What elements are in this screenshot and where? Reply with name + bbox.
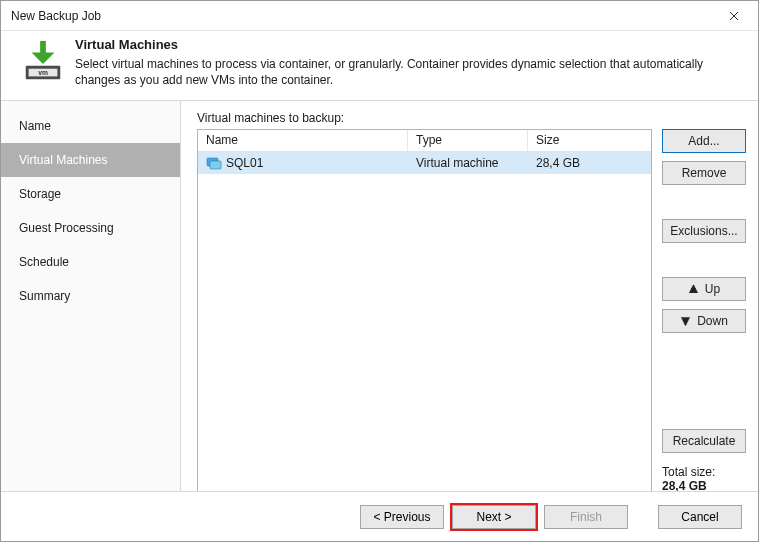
row-name: SQL01 [226, 156, 263, 170]
step-name[interactable]: Name [1, 109, 180, 143]
table-row[interactable]: SQL01 Virtual machine 28,4 GB [198, 152, 651, 174]
up-button[interactable]: ⯅ Up [662, 277, 746, 301]
vm-list[interactable]: Name Type Size SQL01 Virtual machin [197, 129, 652, 493]
grid-header: Name Type Size [198, 130, 651, 152]
header-heading: Virtual Machines [75, 37, 744, 52]
header-description: Select virtual machines to process via c… [75, 56, 744, 88]
wizard-footer: < Previous Next > Finish Cancel [1, 491, 758, 541]
exclusions-button[interactable]: Exclusions... [662, 219, 746, 243]
list-label: Virtual machines to backup: [197, 111, 652, 125]
finish-button: Finish [544, 505, 628, 529]
wizard-steps: Name Virtual Machines Storage Guest Proc… [1, 101, 181, 501]
action-buttons: Add... Remove Exclusions... ⯅ Up ⯆ Down … [652, 111, 746, 493]
grid-body: SQL01 Virtual machine 28,4 GB [198, 152, 651, 492]
remove-button[interactable]: Remove [662, 161, 746, 185]
recalculate-button[interactable]: Recalculate [662, 429, 746, 453]
wizard-header: vm Virtual Machines Select virtual machi… [1, 31, 758, 101]
next-button[interactable]: Next > [452, 505, 536, 529]
down-button[interactable]: ⯆ Down [662, 309, 746, 333]
step-schedule[interactable]: Schedule [1, 245, 180, 279]
column-header-type[interactable]: Type [408, 130, 528, 151]
total-size-label: Total size: [662, 465, 746, 479]
step-guest-processing[interactable]: Guest Processing [1, 211, 180, 245]
total-size: Total size: 28,4 GB [662, 465, 746, 493]
column-header-name[interactable]: Name [198, 130, 408, 151]
window-title: New Backup Job [11, 9, 714, 23]
virtual-machines-icon: vm [20, 39, 66, 85]
step-storage[interactable]: Storage [1, 177, 180, 211]
column-header-size[interactable]: Size [528, 130, 618, 151]
row-size: 28,4 GB [528, 154, 618, 172]
cancel-button[interactable]: Cancel [658, 505, 742, 529]
step-virtual-machines[interactable]: Virtual Machines [1, 143, 180, 177]
step-summary[interactable]: Summary [1, 279, 180, 313]
add-button[interactable]: Add... [662, 129, 746, 153]
row-type: Virtual machine [408, 154, 528, 172]
svg-text:vm: vm [38, 69, 48, 76]
previous-button[interactable]: < Previous [360, 505, 444, 529]
close-button[interactable] [714, 3, 754, 29]
close-icon [729, 11, 739, 21]
vm-icon [206, 155, 222, 171]
arrow-up-icon: ⯅ [688, 283, 699, 295]
arrow-down-icon: ⯆ [680, 315, 691, 327]
svg-rect-4 [210, 161, 221, 169]
title-bar: New Backup Job [1, 1, 758, 31]
